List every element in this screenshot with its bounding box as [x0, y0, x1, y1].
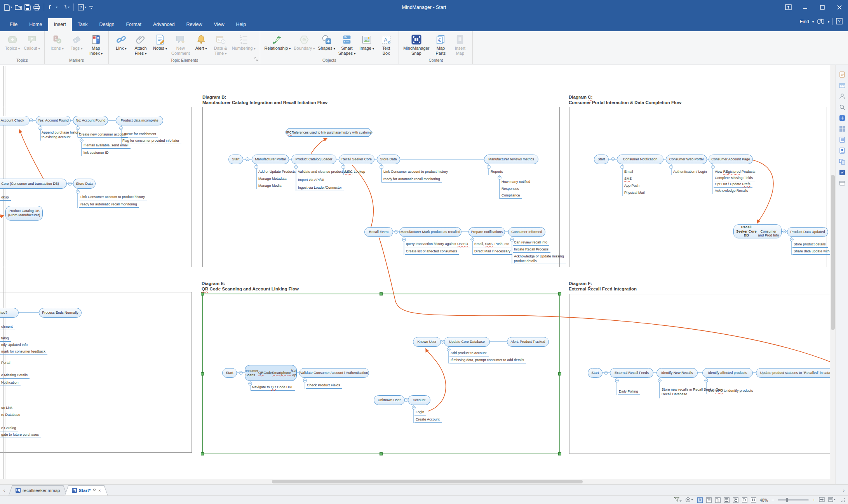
- map-subtopic[interactable]: ntly Updated Info: [0, 343, 30, 348]
- new-document-caret-icon[interactable]: ▾: [10, 5, 12, 9]
- map-subtopic[interactable]: mark for consumer feedback: [0, 349, 47, 355]
- map-topic[interactable]: etected?: [0, 308, 19, 318]
- tab-review[interactable]: Review: [181, 18, 208, 31]
- tab-advanced[interactable]: Advanced: [147, 18, 181, 31]
- map-subtopic[interactable]: Append purchase historyto existing accou…: [40, 130, 82, 140]
- horizontal-scrollbar[interactable]: [0, 479, 830, 484]
- text-box-button[interactable]: A Text Box: [376, 33, 396, 56]
- map-subtopic[interactable]: Flag for consumer provided info later: [121, 139, 181, 144]
- map-subtopic[interactable]: Responses: [500, 187, 521, 192]
- find-label[interactable]: Find: [800, 19, 809, 24]
- map-subtopic[interactable]: ready for automatic recall monitoring: [79, 202, 139, 208]
- map-topic[interactable]: Identify New Recalls: [656, 368, 698, 378]
- zoom-slider-knob[interactable]: [786, 498, 788, 502]
- smart-shapes-button[interactable]: Smart Shapes ▾: [337, 33, 357, 56]
- map-view-button[interactable]: [697, 497, 703, 503]
- map-topic[interactable]: Unknown User: [374, 395, 405, 405]
- map-topic[interactable]: Manufacturer Portal: [252, 155, 289, 164]
- tab-design[interactable]: Design: [93, 18, 120, 31]
- attach-files-button[interactable]: Attach Files ▾: [131, 33, 150, 56]
- map-subtopic[interactable]: Login: [414, 410, 426, 415]
- map-topic[interactable]: Start: [588, 368, 602, 378]
- map-subtopic[interactable]: Manage Media: [257, 184, 284, 189]
- diagram-title[interactable]: Diagram E:QR Code Scanning and Account L…: [202, 281, 299, 292]
- map-topic[interactable]: Consumer Scans QR CodeSmartphone/Cam App: [245, 365, 297, 381]
- pane-icon-6[interactable]: [838, 125, 846, 132]
- map-topic[interactable]: Update Core Database: [444, 337, 490, 347]
- map-subtopic[interactable]: Ingest via Loader/Connector: [297, 186, 344, 191]
- search-icon[interactable]: [817, 18, 825, 26]
- dialog-launcher-icon[interactable]: [254, 56, 258, 63]
- map-subtopic[interactable]: Email, SMS, Push, etc: [473, 242, 511, 247]
- map-subtopic[interactable]: Acknowledge Recalls: [714, 189, 750, 194]
- new-comment-button[interactable]: New Comment: [170, 33, 192, 56]
- map-subtopic[interactable]: How many notified: [500, 180, 532, 185]
- image-button[interactable]: Image ▾: [357, 33, 376, 51]
- tab-task[interactable]: Task: [72, 18, 94, 31]
- map-subtopic[interactable]: Queue for enrichment: [121, 132, 158, 137]
- map-topic[interactable]: Recall Event: [364, 227, 393, 237]
- map-topic[interactable]: Account Check: [0, 116, 30, 125]
- map-topic[interactable]: Consumer Informed: [508, 227, 545, 237]
- map-topic[interactable]: Product Catalog Loader: [291, 155, 336, 164]
- map-subtopic[interactable]: Use UPC to identify products: [707, 389, 755, 394]
- vertical-scrollbar[interactable]: [830, 65, 836, 479]
- tab-scroll-left-button[interactable]: ‹: [0, 485, 9, 495]
- map-subtopic[interactable]: View REgistered Products: [714, 170, 757, 175]
- map-subtopic[interactable]: ready for automatic recall monitoring: [382, 177, 442, 182]
- pane-icon-2[interactable]: [838, 82, 846, 89]
- map-subtopic[interactable]: e Missing Details: [0, 373, 30, 379]
- map-topic[interactable]: Product data incomplete: [116, 116, 163, 125]
- map-subtopic[interactable]: Direct Mail if necessary: [473, 249, 512, 255]
- map-subtopic[interactable]: Daily Polling: [618, 389, 640, 395]
- map-subtopic[interactable]: Portal: [0, 361, 12, 366]
- vertical-scrollbar-thumb[interactable]: [831, 175, 835, 330]
- map-subtopic[interactable]: Import via API/UI: [297, 178, 326, 183]
- notes-button[interactable]: Notes ▾: [150, 33, 170, 51]
- tags-button[interactable]: Tags ▾: [67, 33, 86, 51]
- map-topic[interactable]: External Recall Feeds: [610, 368, 653, 378]
- map-subtopic[interactable]: Can review recall info: [513, 240, 549, 246]
- icons-button[interactable]: 1 Icons ▾: [47, 33, 67, 51]
- pane-icon-8[interactable]: [838, 147, 846, 154]
- map-subtopic[interactable]: e Catalog: [0, 426, 18, 431]
- map-subtopic[interactable]: Physical Mail: [623, 191, 647, 196]
- customize-qat-button[interactable]: [89, 5, 94, 10]
- redo-caret-icon[interactable]: ▾: [68, 5, 70, 9]
- help-button[interactable]: ? ▾: [78, 4, 86, 10]
- tab-view[interactable]: View: [208, 18, 230, 31]
- tab-file[interactable]: File: [4, 18, 23, 31]
- date-time-button[interactable]: 5 Date & Time ▾: [211, 33, 230, 56]
- map-subtopic[interactable]: Create list of affected consumers: [405, 249, 459, 255]
- pane-icon-9[interactable]: [838, 158, 846, 165]
- resize-grip[interactable]: [841, 498, 845, 502]
- document-tab-recallseeker[interactable]: recallseeker.mmap: [9, 485, 67, 495]
- map-topic[interactable]: Manufacturer reviews metrics: [484, 155, 538, 164]
- zoom-slider[interactable]: [778, 499, 809, 501]
- alert-button[interactable]: Alert ▾: [192, 33, 211, 51]
- map-subtopic[interactable]: gate to future purchases: [0, 433, 41, 438]
- numbering-button[interactable]: 123 Numbering ▾: [230, 33, 257, 51]
- map-parts-button[interactable]: € Map Parts: [431, 33, 450, 56]
- maximize-button[interactable]: [814, 0, 831, 14]
- map-subtopic[interactable]: If missing data, prompt consumer to add …: [449, 358, 526, 363]
- shapes-button[interactable]: Shapes ▾: [316, 33, 336, 51]
- link-button[interactable]: Link ▾: [111, 33, 131, 51]
- filter-icon[interactable]: [665, 497, 670, 503]
- zoom-percent[interactable]: 48%: [760, 498, 768, 502]
- relationship-button[interactable]: Relationship ▾: [263, 33, 293, 51]
- map-subtopic[interactable]: Acknowledge or Update missingproduct det…: [513, 254, 566, 264]
- document-tab-start[interactable]: Start* ×: [65, 485, 108, 495]
- quick-filter-icon[interactable]: [674, 497, 682, 503]
- tag-view-button[interactable]: [742, 497, 747, 503]
- find-caret-icon[interactable]: ▾: [812, 20, 814, 24]
- pane-icon-4[interactable]: [838, 104, 846, 111]
- tab-scroll-right-button[interactable]: ›: [839, 485, 848, 495]
- close-tab-icon[interactable]: ×: [98, 488, 101, 493]
- map-subtopic[interactable]: re Database: [0, 413, 22, 418]
- map-topic[interactable]: Prepare notifications: [468, 227, 505, 237]
- help-caret-icon[interactable]: ▾: [85, 5, 86, 9]
- map-topic[interactable]: Consumer Web Portal: [666, 155, 707, 164]
- map-topic[interactable]: Account: [408, 395, 430, 405]
- map-topic[interactable]: Recall Seeker Core DBConsumer and Prod I…: [733, 224, 782, 238]
